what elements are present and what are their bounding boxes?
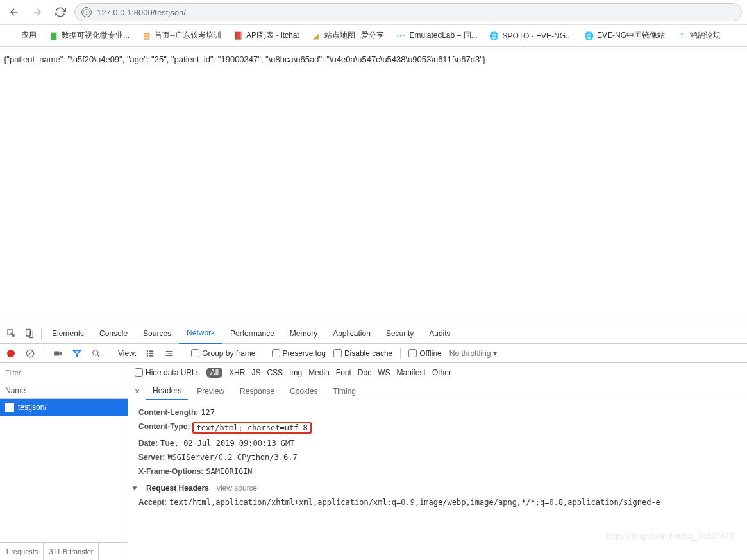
filter-type-media[interactable]: Media [308, 368, 330, 377]
chevron-down-icon: ▾ [493, 349, 497, 358]
bookmark-item[interactable]: ▇ 数据可视化微专业... [48, 30, 130, 41]
filter-type-ws[interactable]: WS [378, 368, 390, 377]
filter-type-xhr[interactable]: XHR [229, 368, 245, 377]
offline-checkbox[interactable]: Offline [408, 349, 441, 358]
bookmark-item[interactable]: 📕 API列表 - itchat [233, 30, 299, 41]
tab-audits[interactable]: Audits [421, 323, 458, 344]
filter-type-css[interactable]: CSS [267, 368, 283, 377]
forward-button[interactable] [28, 3, 46, 21]
tab-network[interactable]: Network [179, 323, 222, 344]
devtools: Elements Console Sources Network Perform… [0, 323, 747, 560]
tab-application[interactable]: Application [325, 323, 378, 344]
header-value-highlighted: text/html; charset=utf-8 [192, 422, 311, 434]
back-button[interactable] [5, 3, 23, 21]
filter-type-all[interactable]: All [206, 368, 222, 378]
filter-type-doc[interactable]: Doc [358, 368, 371, 377]
camera-button[interactable] [52, 348, 63, 359]
tab-elements[interactable]: Elements [44, 323, 92, 344]
header-key: Content-Length: [138, 408, 198, 417]
header-key: Date: [138, 439, 158, 448]
detail-tab-response[interactable]: Response [233, 382, 281, 400]
header-value: SAMEORIGIN [206, 467, 252, 476]
clear-button[interactable] [24, 348, 36, 359]
header-value: Tue, 02 Jul 2019 09:00:13 GMT [160, 439, 295, 448]
record-button[interactable] [5, 348, 17, 359]
detail-tab-cookies[interactable]: Cookies [283, 382, 324, 400]
close-icon: × [135, 386, 140, 396]
close-detail-button[interactable]: × [131, 386, 144, 396]
header-row: Content-Length: 127 [138, 405, 737, 420]
filter-icon [72, 349, 81, 358]
tab-sources[interactable]: Sources [135, 323, 179, 344]
large-rows-button[interactable] [164, 348, 175, 359]
bookmark-label: 站点地图 | 爱分享 [324, 30, 385, 41]
arrow-left-icon [8, 6, 20, 18]
book-icon: 📕 [233, 31, 243, 41]
bookmark-label: EVE-NG中国镜像站 [597, 30, 665, 41]
separator [183, 348, 183, 359]
header-row: X-Frame-Options: SAMEORIGIN [138, 464, 737, 479]
detail-tab-headers[interactable]: Headers [146, 382, 188, 400]
bookmark-label: 首页--广东软考培训 [155, 30, 221, 41]
bookmark-item[interactable]: 🌐 SPOTO - EVE-NG... [489, 31, 572, 41]
svg-rect-13 [149, 355, 153, 356]
detail-tab-preview[interactable]: Preview [190, 382, 231, 400]
bookmark-item[interactable]: eve EmulatedLab – 国... [396, 30, 478, 41]
header-row: Date: Tue, 02 Jul 2019 09:00:13 GMT [138, 436, 737, 450]
rows-icon [165, 349, 174, 358]
search-button[interactable] [90, 348, 102, 359]
view-source-link[interactable]: view source [217, 484, 257, 493]
browser-toolbar: ⓘ 127.0.0.1:8000/testjson/ [0, 0, 747, 25]
filter-options: Hide data URLs All XHR JS CSS Img Media … [128, 368, 458, 378]
tab-security[interactable]: Security [378, 323, 421, 344]
json-response-text: {"patient_name": "\u5f20\u4e09", "age": … [4, 55, 485, 64]
url-bar[interactable]: ⓘ 127.0.0.1:8000/testjson/ [74, 3, 742, 21]
preserve-log-checkbox[interactable]: Preserve log [272, 349, 326, 358]
devtools-tabs: Elements Console Sources Network Perform… [0, 323, 747, 344]
eve-icon: eve [396, 31, 407, 41]
bookmark-label: SPOTO - EVE-NG... [503, 31, 572, 40]
tab-console[interactable]: Console [92, 323, 135, 344]
device-icon[interactable] [21, 325, 38, 343]
tab-memory[interactable]: Memory [282, 323, 325, 344]
filter-type-font[interactable]: Font [336, 368, 351, 377]
bookmark-item[interactable]: 🌐 EVE-NG中国镜像站 [583, 30, 665, 41]
header-row: Server: WSGIServer/0.2 CPython/3.6.7 [138, 450, 737, 464]
request-item[interactable]: testjson/ [0, 399, 128, 416]
filter-bar: Hide data URLs All XHR JS CSS Img Media … [0, 363, 747, 382]
filter-type-manifest[interactable]: Manifest [397, 368, 426, 377]
separator [110, 348, 110, 359]
list-view-button[interactable] [144, 348, 156, 359]
filter-type-other[interactable]: Other [432, 368, 451, 377]
reload-button[interactable] [51, 3, 69, 21]
page-icon: ▦ [141, 31, 151, 41]
bookmark-item[interactable]: ▦ 首页--广东软考培训 [141, 30, 221, 41]
tab-performance[interactable]: Performance [222, 323, 282, 344]
request-headers-section[interactable]: ▼ Request Headers view source [131, 479, 737, 495]
filter-button[interactable] [71, 348, 83, 359]
svg-rect-5 [54, 351, 59, 355]
bookmark-item[interactable]: ◢ 站点地图 | 爱分享 [311, 30, 385, 41]
filter-type-img[interactable]: Img [289, 368, 302, 377]
throttling-select[interactable]: No throttling ▾ [449, 349, 498, 358]
hide-urls-checkbox[interactable]: Hide data URLs [135, 368, 200, 377]
group-by-frame-checkbox[interactable]: Group by frame [191, 349, 255, 358]
filter-input[interactable] [0, 363, 128, 382]
name-column-header[interactable]: Name [0, 382, 128, 399]
page-content: {"patient_name": "\u5f20\u4e09", "age": … [0, 47, 747, 323]
svg-rect-9 [149, 350, 153, 352]
request-detail: × Headers Preview Response Cookies Timin… [128, 382, 747, 560]
bookmark-item[interactable]: ⟟ 鸿鹄论坛 [676, 30, 721, 41]
network-toolbar: View: Group by frame Preserve log Disabl… [0, 344, 747, 363]
search-icon [92, 349, 101, 358]
globe-icon: 🌐 [583, 31, 594, 41]
filter-type-js[interactable]: JS [251, 368, 260, 377]
apps-button[interactable]: 应用 [8, 30, 37, 41]
request-list: Name testjson/ 1 requests 311 B transfer [0, 382, 128, 560]
bookmark-label: API列表 - itchat [246, 30, 299, 41]
document-icon [5, 403, 14, 412]
inspect-icon[interactable] [3, 325, 21, 343]
svg-rect-10 [147, 352, 148, 353]
detail-tab-timing[interactable]: Timing [326, 382, 362, 400]
disable-cache-checkbox[interactable]: Disable cache [333, 349, 392, 358]
